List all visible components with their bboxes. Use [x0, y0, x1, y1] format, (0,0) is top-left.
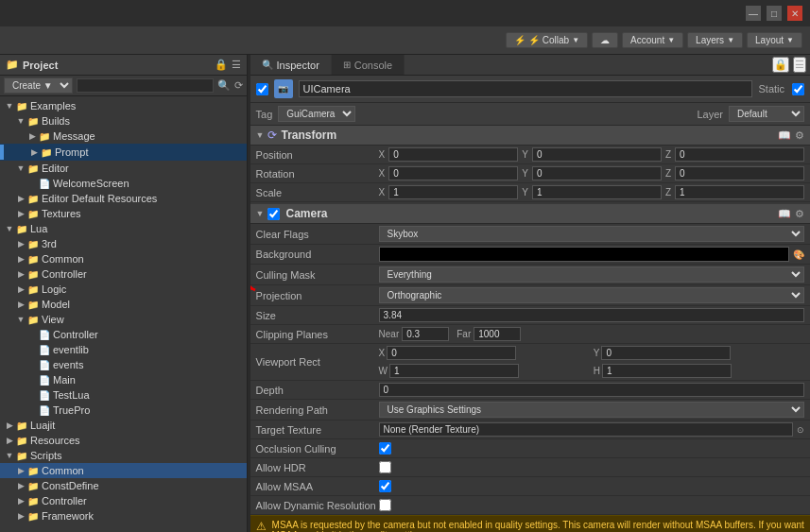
- tree-item[interactable]: ▼ 📁 Examples: [0, 98, 247, 113]
- maximize-button[interactable]: □: [767, 6, 782, 21]
- tab-console[interactable]: ⊞ Console: [332, 55, 405, 75]
- rendering-path-dropdown[interactable]: Use Graphics Settings: [379, 402, 804, 418]
- tree-item[interactable]: ▶ 📁 Controller: [0, 493, 247, 508]
- camera-active-checkbox[interactable]: [267, 208, 280, 220]
- transform-section-header[interactable]: ▼ ⟳ Transform 📖 ⚙: [250, 126, 810, 146]
- tree-item[interactable]: ▶ 📁 Prompt: [0, 144, 247, 161]
- x-label3: X: [379, 187, 386, 197]
- tree-item[interactable]: 📄 Controller: [0, 327, 247, 342]
- tree-item[interactable]: ▶ 📁 Luajit: [0, 418, 247, 433]
- tree-item[interactable]: ▶ 📁 Message: [0, 129, 247, 144]
- scale-z-input[interactable]: [675, 185, 804, 199]
- tree-item[interactable]: ▶ 📁 Resources: [0, 433, 247, 448]
- collab-button[interactable]: ⚡⚡ Collab▼: [506, 32, 588, 48]
- layout-button[interactable]: Layout▼: [747, 32, 802, 48]
- tree-item[interactable]: ▶ 📁 Common: [0, 251, 247, 266]
- allow-msaa-checkbox[interactable]: [379, 480, 391, 492]
- static-checkbox[interactable]: [792, 83, 804, 95]
- transform-book-icon[interactable]: 📖: [778, 129, 791, 142]
- inspector-menu-icon[interactable]: ☰: [793, 57, 806, 73]
- depth-input[interactable]: [379, 383, 804, 397]
- allow-hdr-checkbox[interactable]: [379, 461, 391, 473]
- collab-icon: ⚡: [514, 35, 526, 45]
- tree-item[interactable]: ▶ 📁 3rd: [0, 236, 247, 251]
- panel-lock-icon[interactable]: 🔒: [215, 59, 228, 71]
- far-input[interactable]: [474, 327, 521, 341]
- rotation-z-input[interactable]: [675, 166, 804, 180]
- close-button[interactable]: ✕: [787, 6, 802, 21]
- expand-arrow: ▼: [4, 450, 15, 461]
- rotation-x-input[interactable]: [388, 166, 518, 180]
- position-z-input[interactable]: [675, 147, 804, 162]
- allow-dynamic-checkbox[interactable]: [379, 499, 391, 511]
- target-texture-label: Target Texture: [256, 424, 379, 436]
- position-y-input[interactable]: [532, 147, 662, 162]
- cloud-button[interactable]: ☁: [592, 32, 618, 48]
- near-input[interactable]: [402, 327, 449, 341]
- transform-gear-icon[interactable]: ⚙: [795, 129, 804, 142]
- tree-item[interactable]: ▼ 📁 Lua: [0, 221, 247, 236]
- inspector-lock-icon[interactable]: 🔒: [772, 57, 789, 73]
- position-x-input[interactable]: [388, 147, 518, 162]
- minimize-button[interactable]: —: [746, 6, 761, 21]
- viewport-x-input[interactable]: [387, 346, 516, 360]
- tree-item[interactable]: 📄 TruePro: [0, 403, 247, 418]
- object-name-input[interactable]: [299, 80, 753, 97]
- tree-item[interactable]: 📄 events: [0, 357, 247, 372]
- layers-button[interactable]: Layers▼: [687, 32, 743, 48]
- sync-icon[interactable]: ⟳: [234, 79, 243, 92]
- tag-dropdown[interactable]: GuiCamera: [278, 106, 355, 122]
- color-picker-icon[interactable]: 🎨: [793, 249, 804, 260]
- viewport-w-input[interactable]: [389, 364, 519, 378]
- tree-item[interactable]: 📄 Main: [0, 372, 247, 387]
- tree-item[interactable]: ▶ 📁 Editor Default Resources: [0, 191, 247, 206]
- tree-item[interactable]: 📄 TestLua: [0, 387, 247, 403]
- tree-label: Editor: [42, 163, 69, 174]
- search-input[interactable]: [77, 78, 214, 93]
- tree-item[interactable]: ▼ 📁 View: [0, 312, 247, 327]
- tree-item[interactable]: 📄 eventlib: [0, 342, 247, 357]
- depth-label: Depth: [256, 385, 379, 396]
- tree-item[interactable]: ▶ 📁 Textures: [0, 206, 247, 221]
- create-dropdown[interactable]: Create ▼: [4, 77, 73, 94]
- projection-dropdown[interactable]: Orthographic: [379, 287, 804, 303]
- tree-item[interactable]: 📄 WelcomeScreen: [0, 176, 247, 191]
- tree-item[interactable]: ▶ 📁 Controller: [0, 266, 247, 282]
- layer-dropdown[interactable]: Default: [729, 106, 804, 122]
- account-arrow: ▼: [667, 36, 675, 44]
- tree-item[interactable]: ▶ 📁 Model: [0, 297, 247, 312]
- background-color-swatch[interactable]: [379, 247, 789, 262]
- camera-section-header[interactable]: ▼ Camera 📖 ⚙: [250, 204, 810, 224]
- folder-icon: 📁: [26, 114, 40, 128]
- tree-item[interactable]: ▼ 📁 Scripts: [0, 448, 247, 463]
- panel-menu-icon[interactable]: ☰: [232, 59, 241, 71]
- viewport-y-input[interactable]: [601, 346, 731, 360]
- culling-mask-dropdown[interactable]: Everything: [379, 266, 804, 283]
- camera-book-icon[interactable]: 📖: [778, 208, 791, 220]
- tree-item[interactable]: ▶ 📁 ConstDefine: [0, 478, 247, 493]
- viewport-h-input[interactable]: [602, 364, 732, 378]
- target-texture-input[interactable]: [379, 422, 793, 437]
- tab-inspector[interactable]: 🔍 Inspector: [250, 55, 332, 75]
- tree-item[interactable]: ▼ 📁 Builds: [0, 113, 247, 129]
- camera-gear-icon[interactable]: ⚙: [795, 208, 804, 220]
- tree-item[interactable]: ▶ 📁 Common: [0, 463, 247, 478]
- target-texture-pick-icon[interactable]: ⊙: [797, 425, 804, 435]
- search-icon[interactable]: 🔍: [217, 79, 231, 92]
- expand-arrow: ▶: [4, 435, 15, 446]
- rotation-y-input[interactable]: [532, 166, 662, 180]
- inspector-tab-label: Inspector: [277, 60, 319, 71]
- tree-item[interactable]: ▶ 📁 Logic: [0, 282, 247, 297]
- tree-item[interactable]: ▼ 📁 Editor: [0, 161, 247, 176]
- tree-item[interactable]: ▶ 📁 Framework: [0, 508, 247, 523]
- clear-flags-dropdown[interactable]: Skybox: [379, 226, 804, 242]
- tree-label: Framework: [42, 510, 94, 522]
- scale-y-input[interactable]: [532, 185, 662, 199]
- scale-x-input[interactable]: [388, 185, 518, 199]
- account-button[interactable]: Account▼: [622, 32, 683, 48]
- tree-label: TruePro: [53, 404, 90, 416]
- expand-arrow: ▶: [15, 495, 26, 506]
- size-input[interactable]: [379, 308, 804, 322]
- occlusion-culling-checkbox[interactable]: [379, 442, 391, 455]
- object-active-checkbox[interactable]: [256, 83, 268, 95]
